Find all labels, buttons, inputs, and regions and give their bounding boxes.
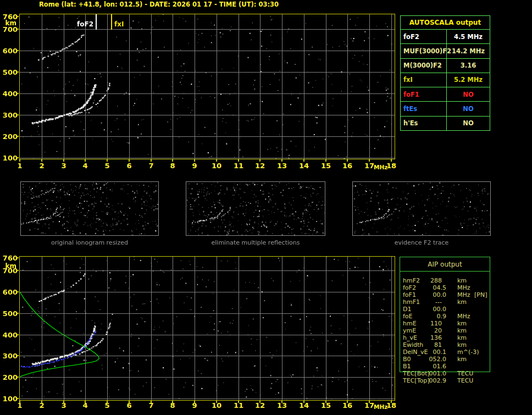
bottom-y-axis-tick [16,334,19,335]
top-x-axis-tick [281,159,282,162]
aip-unit-cell: MHz [457,313,470,320]
bottom-y-axis-tick [16,313,19,314]
top-x-axis-tick [325,159,326,162]
top-y-axis-tick-label: 300 [0,112,18,119]
top-y-axis-tick [16,93,19,94]
top-x-axis-tick [172,159,173,162]
aip-unit-cell: km [457,356,467,363]
bottom-x-axis-tick [325,401,326,403]
aip-unit-cell: km [457,334,467,341]
panel-caption: eliminate multiple reflections [186,239,325,246]
bottom-y-axis-tick [16,355,19,356]
aip-table-row: h_vE136km [400,334,501,341]
panel-original-ionogram-resized [20,181,159,236]
panel-caption: evidence F2 trace [352,239,491,246]
top-x-axis-tick-label: 8 [165,162,180,169]
aip-unit-cell: MHz [457,284,470,291]
top-x-axis-tick [391,159,392,162]
autoscala-table-row: h'EsNO [401,117,490,130]
bottom-y-axis-tick [16,377,19,378]
aip-unit-cell: km [457,320,467,327]
top-y-axis-tick-label: 100 [0,154,18,162]
top-x-axis-tick-label: 14 [297,162,311,169]
top-x-axis-tick-label: 5 [100,162,114,169]
bottom-x-axis-tick [151,401,152,403]
aip-value-cell: 04.5 [411,284,446,291]
bottom-x-axis-tick [63,401,64,403]
aip-table-row: D100.0 [400,306,501,313]
aip-table-row: ymE20km [400,327,501,334]
bottom-x-axis-tick [107,401,108,403]
top-x-axis-tick [347,159,348,162]
aip-unit-cell: km [457,298,467,306]
bottom-y-axis-tick-label: 600 [0,289,18,296]
aip-table-row: foF100.0MHz[PN] [400,291,501,298]
top-x-axis-tick [369,159,370,162]
bottom-x-axis-tick [85,401,86,403]
top-x-axis-tick-label: 2 [35,162,49,169]
bottom-x-axis-tick [259,401,261,403]
aip-value-cell: 01.6 [411,363,446,370]
top-y-axis-unit-label: km [0,20,16,26]
aip-value-cell: 20 [411,327,442,334]
top-x-axis-tick [129,159,130,162]
bottom-y-axis-tick [16,291,19,292]
aip-value-cell: --- [411,298,442,306]
bottom-x-axis-unit-label: MHz [374,404,387,410]
param-value-cell: 5.2 MHz [447,73,490,87]
autoscala-table: AUTOSCALA output foF24.5 MHzMUF(3000)F21… [400,15,490,131]
aip-value-cell: 00.0 [411,291,446,298]
autoscala-table-row: MUF(3000)F214.2 MHz [401,44,490,58]
fof2-marker-line [96,14,97,30]
top-x-axis-tick-label: 10 [209,162,224,169]
top-ionogram-canvas [20,14,395,159]
top-x-axis-tick-label: 11 [231,162,246,169]
top-x-axis-tick-label: 9 [187,162,202,169]
panel-original-ionogram-canvas [21,182,158,235]
top-x-axis-tick [194,159,195,162]
param-value-cell: 14.2 MHz [447,44,490,58]
top-x-axis-tick-label: 3 [57,162,71,169]
bottom-y-axis-tick-label: 400 [0,331,18,339]
fof2-marker-label: foF2 [71,21,93,27]
panel-evidence-f2-trace [352,181,491,236]
bottom-y-axis-tick-label: 300 [0,352,18,359]
autoscala-table-row: fxI5.2 MHz [401,73,490,87]
fxi-marker-line [111,14,112,30]
param-value-cell: NO [447,87,490,101]
bottom-x-axis-tick [303,401,304,403]
bottom-ionogram-canvas [20,257,395,400]
param-label-cell: foF1 [401,87,447,101]
bottom-y-axis-unit-label: km [0,263,16,269]
aip-value-cell: 00.1 [411,348,446,356]
aip-unit-cell: km [457,341,467,348]
aip-table-row: foE0.9MHz [400,313,501,320]
top-x-axis-tick [19,159,20,162]
bottom-x-axis-tick [19,401,20,403]
bottom-x-axis-tick [41,401,42,403]
top-x-axis-tick-label: 7 [144,162,158,169]
bottom-x-axis-tick [238,401,239,403]
aip-note-cell: [PN] [474,291,487,298]
aip-unit-cell: TECU [457,377,473,384]
top-x-axis-tick-label: 13 [275,162,289,169]
top-y-axis-tick [16,157,19,158]
aip-value-cell: 136 [411,334,442,341]
top-y-axis-tick [16,29,19,30]
top-x-axis-tick [259,159,261,162]
param-label-cell: MUF(3000)F2 [401,44,447,58]
autoscala-table-row: ftEsNO [401,102,490,116]
bottom-x-axis-tick [216,401,217,403]
autoscala-table-row: M(3000)F23.16 [401,59,490,73]
top-y-axis-tick [16,71,19,73]
top-y-axis-tick-label: 600 [0,47,18,54]
aip-table-row: hmF2288km [400,277,501,284]
param-label-cell: M(3000)F2 [401,59,447,73]
bottom-x-axis-tick [391,401,392,403]
bottom-x-axis-tick [347,401,348,403]
param-label-cell: h'Es [401,117,447,130]
top-x-axis-tick [107,159,108,162]
aip-value-cell: 002.9 [411,377,446,384]
top-y-axis-tick [16,114,19,115]
param-value-cell: NO [447,117,490,130]
